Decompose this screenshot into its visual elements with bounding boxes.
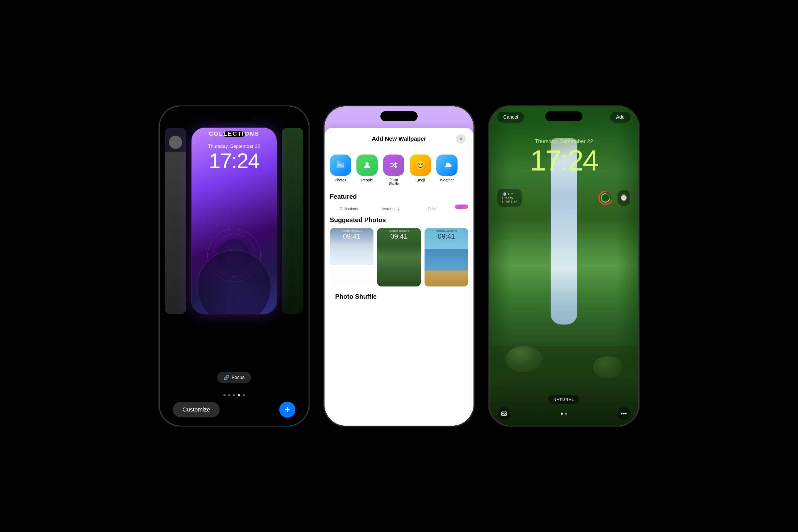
dynamic-island-3 (545, 111, 583, 121)
p3-time: 17:24 (490, 146, 639, 175)
activity-ring-widget[interactable] (597, 190, 613, 206)
modal-sheet: Add New Wallpaper ✕ Pho (324, 128, 474, 425)
p3-dot-nav (561, 413, 567, 415)
phone3-screen: Cancel Add Thursday, September 22 17:24 … (490, 107, 639, 425)
natural-badge: NATURAL (548, 395, 580, 404)
sc-snow-time: 09:41 (330, 232, 374, 241)
weather-desc: Breezy (502, 196, 517, 200)
sc-snow-date: Tuesday, January 8 (330, 230, 374, 232)
weather-wind: 💨 13° (502, 192, 517, 196)
weather-range: H:19° L:6° (502, 200, 517, 204)
color-label: Color (413, 207, 451, 211)
phone-3: Cancel Add Thursday, September 22 17:24 … (490, 107, 639, 425)
category-icons: Photos People (324, 148, 474, 192)
sc-hills-date: Tuesday, January 8 (377, 230, 421, 232)
right-widgets: ⌚ (597, 190, 630, 206)
pagination-dots (224, 394, 245, 396)
phone-2: Add New Wallpaper ✕ Pho (324, 107, 474, 425)
wp-date: Thursday, September 22 (191, 144, 277, 149)
shuffle-label: PhotoShuffle (388, 178, 398, 185)
watch-icon: ⌚ (620, 194, 628, 202)
suggested-hills[interactable]: Tuesday, January 8 09:41 (377, 228, 421, 286)
phone2-screen: Add New Wallpaper ✕ Pho (324, 107, 474, 425)
p3-date: Thursday, September 22 (490, 138, 639, 145)
wp-time: 17:24 (191, 150, 277, 172)
cat-shuffle[interactable]: PhotoShuffle (383, 155, 404, 185)
dot-5 (243, 394, 245, 396)
featured-title: Featured (324, 192, 474, 205)
cat-photos[interactable]: Photos (330, 155, 351, 185)
add-button-p3[interactable]: Add (610, 112, 630, 122)
astronomy-card-col: Tuesday, January 9 09:41 First Quarter——… (372, 205, 410, 211)
color-card-col: Tuesday, January 8 09:41 Color (413, 205, 451, 211)
photos-icon (330, 155, 351, 176)
photos-label: Photos (335, 178, 346, 182)
featured-cards-row: Tuesday, January 8 09:41 Collections (330, 205, 468, 211)
focus-link-icon: 🔗 (224, 375, 229, 380)
featured-cards: Tuesday, January 8 09:41 Collections (324, 205, 474, 211)
focus-button[interactable]: 🔗 Focus (217, 372, 251, 383)
sc-beach-time: 09:41 (424, 232, 468, 241)
watch-icon-widget[interactable]: ⌚ (617, 190, 630, 206)
svg-rect-10 (501, 412, 507, 416)
weather-temp: 13° (508, 192, 513, 196)
p3-bottom: NATURAL ••• (490, 395, 639, 420)
sc-hills-time: 09:41 (377, 232, 421, 241)
collections-label: COLLECTIONS (209, 130, 260, 137)
dot-1 (224, 394, 226, 396)
suggested-beach[interactable]: Tuesday, January 8 09:41 (424, 228, 468, 286)
p3-dot-2 (565, 413, 567, 415)
weather-icon (436, 155, 457, 176)
collections-label-feat: Collections (330, 207, 368, 211)
side-panel-left (165, 128, 186, 314)
more-icon: ••• (621, 410, 627, 417)
suggested-title: Suggested Photos (324, 215, 474, 228)
photo-shuffle-section: Photo Shuffle (324, 286, 474, 305)
bottom-bar: Customize + (159, 402, 308, 418)
extra-card-col (455, 205, 468, 211)
photo-shuffle-title: Photo Shuffle (330, 292, 468, 305)
customize-button[interactable]: Customize (173, 402, 220, 417)
people-icon (357, 155, 378, 176)
dot-2 (228, 394, 230, 396)
beach-sand (424, 270, 468, 286)
cat-weather[interactable]: Weather (436, 155, 457, 185)
svg-point-3 (365, 162, 369, 166)
snow-ground (330, 265, 374, 286)
modal-title: Add New Wallpaper (342, 135, 456, 142)
weather-widget[interactable]: 💨 13° Breezy H:19° L:6° (497, 189, 521, 207)
cat-people[interactable]: People (357, 155, 378, 185)
p3-widgets: 💨 13° Breezy H:19° L:6° (497, 189, 630, 207)
cancel-button[interactable]: Cancel (497, 112, 524, 122)
close-icon: ✕ (459, 136, 463, 142)
dynamic-island-1 (215, 111, 253, 121)
shuffle-icon (383, 155, 404, 176)
cat-emoji[interactable]: 😊 Emoji (410, 155, 431, 185)
wallpaper-preview-container: Thursday, September 22 17:24 (191, 128, 277, 314)
svg-rect-0 (337, 163, 344, 168)
svg-rect-2 (337, 162, 339, 163)
p3-bottom-controls: ••• (490, 407, 639, 420)
side-panel-right (282, 128, 303, 314)
weather-label: Weather (440, 178, 454, 182)
dot-4 (238, 394, 240, 396)
photo-library-button[interactable] (497, 407, 511, 420)
phone-1: COLLECTIONS Thursday, September 22 17:24 (159, 107, 308, 425)
add-button[interactable]: + (279, 402, 295, 418)
dot-3 (233, 394, 235, 396)
p3-dot-1 (561, 413, 563, 415)
suggested-snow[interactable]: Tuesday, January 8 09:41 (330, 228, 374, 286)
extra-card[interactable] (455, 205, 468, 209)
more-options-button[interactable]: ••• (617, 407, 630, 420)
people-label: People (361, 178, 373, 182)
emoji-icon: 😊 (410, 155, 431, 176)
modal-header: Add New Wallpaper ✕ (324, 128, 474, 148)
wind-icon: 💨 (502, 192, 507, 196)
beach-water (424, 249, 468, 270)
close-button[interactable]: ✕ (456, 134, 466, 144)
wallpaper-preview[interactable]: Thursday, September 22 17:24 (191, 128, 277, 314)
astronomy-label: Astronomy (372, 207, 410, 211)
collections-card-col: Tuesday, January 8 09:41 Collections (330, 205, 368, 211)
dynamic-island-2 (380, 111, 418, 121)
focus-label: Focus (231, 375, 244, 380)
